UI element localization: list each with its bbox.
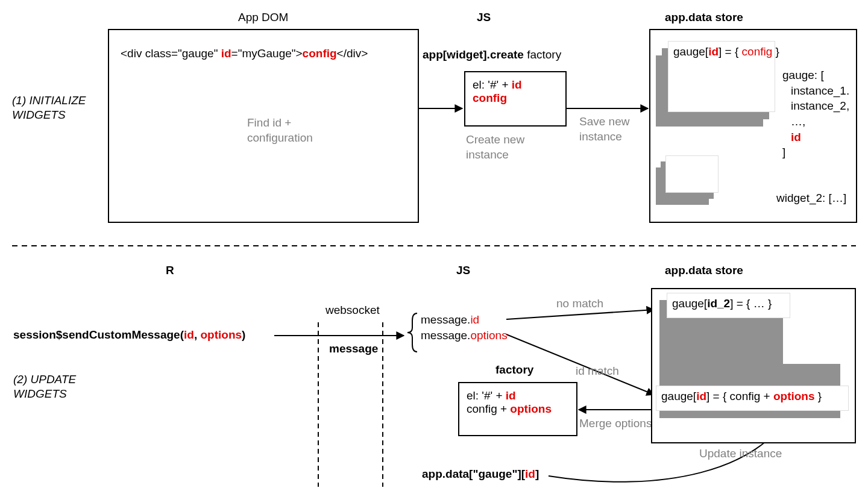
id-match-label: id match xyxy=(576,364,619,378)
no-match-label: no match xyxy=(556,297,603,310)
create-instance-label: Create new instance xyxy=(466,133,550,162)
gauge-card-top: gauge[id] = { config } xyxy=(668,41,775,112)
factory-line1: el: '#' + id xyxy=(473,78,558,92)
card1-front: gauge[id_2] = { … } xyxy=(667,293,790,318)
lookup-text: app.data["gauge"][id] xyxy=(422,468,539,481)
factory-title-bottom: factory xyxy=(495,363,533,377)
factory-box-bottom: el: '#' + id config + options xyxy=(458,382,577,436)
websocket-label: websocket xyxy=(326,304,380,317)
update-instance-label: Update instance xyxy=(699,447,782,460)
message-id-line: message.id xyxy=(421,312,508,328)
header-r: R xyxy=(166,264,174,277)
card2-front: gauge[id] = { config + options } xyxy=(656,386,849,411)
factory-line2: config xyxy=(473,92,558,105)
message-label: message xyxy=(329,342,378,355)
gauge-card-text: gauge[id] = { config } xyxy=(673,45,779,58)
save-instance-label: Save new instance xyxy=(579,114,652,144)
merge-options-label: Merge options xyxy=(579,417,652,430)
section-2-label: (2) UPDATE WIDGETS xyxy=(13,372,104,401)
factory-bottom-l2: config + options xyxy=(467,402,569,416)
svg-line-7 xyxy=(506,310,654,319)
factory-box-top: el: '#' + id config xyxy=(464,71,567,127)
header-store: app.data store xyxy=(665,11,743,24)
header-js: JS xyxy=(477,11,491,24)
gauge-list: gauge: [ instance_1. instance_2, …, id ] xyxy=(782,67,849,160)
message-options-line: message.options xyxy=(421,328,508,343)
card1-text: gauge[id_2] = { … } xyxy=(672,297,772,310)
r-call: session$sendCustomMessage(id, options) xyxy=(13,328,245,342)
factory-title-top: app[widget].create factory xyxy=(423,48,561,61)
stack-front-2 xyxy=(665,155,719,193)
header-js-bottom: JS xyxy=(456,264,470,277)
widget2-label: widget_2: […] xyxy=(776,192,846,205)
header-app-dom: App DOM xyxy=(238,11,288,24)
dom-code-line: <div class="gauge" id="myGauge">config</… xyxy=(121,47,368,60)
message-block: message.id message.options xyxy=(421,312,508,343)
section-1-label: (1) INITIALIZE WIDGETS xyxy=(12,93,102,122)
factory-bottom-l1: el: '#' + id xyxy=(467,389,569,402)
find-id-label: Find id + configuration xyxy=(247,116,344,145)
header-store-bottom: app.data store xyxy=(665,264,743,277)
card2-text: gauge[id] = { config + options } xyxy=(661,390,822,402)
